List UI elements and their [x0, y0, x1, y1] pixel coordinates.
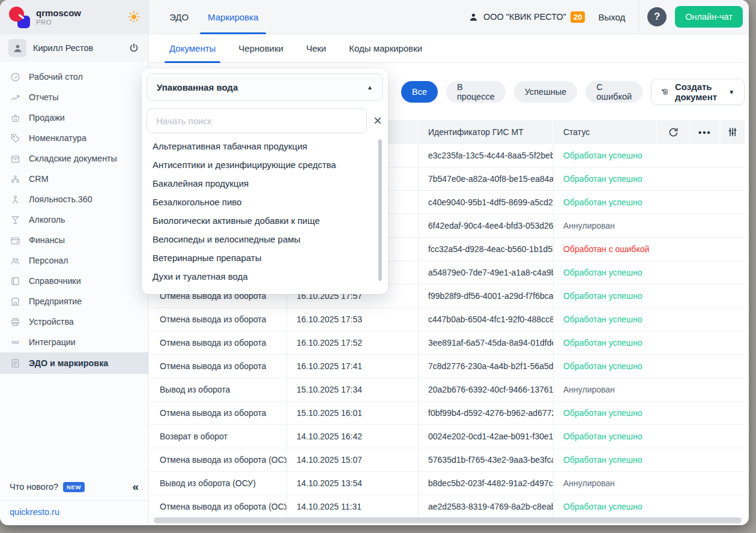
sidebar-item[interactable]: ЭДО и маркировка	[0, 352, 148, 374]
filter-pill[interactable]: С ошибкой	[585, 81, 643, 103]
filter-pill[interactable]: В процессе	[446, 81, 506, 103]
sub-tabs: Документы Черновики Чеки Коды маркировки	[149, 34, 749, 63]
table-row[interactable]: Отмена вывода из оборота 16.10.2025 17:4…	[150, 355, 745, 378]
top-tab[interactable]: Маркировка	[198, 0, 268, 34]
sidebar-item[interactable]: Рабочий стол	[0, 67, 148, 87]
sidebar-item-label: Отчеты	[29, 92, 58, 102]
cell-date: 14.10.2025 13:54	[287, 472, 419, 495]
sidebar: qrmoscow PRO Кирилл Рестов Рабочий стол	[0, 0, 149, 525]
cell-id: fcc32a54-d928-4eac-b560-1b1d5b0...	[419, 238, 554, 260]
user-avatar-icon	[8, 39, 26, 57]
help-icon[interactable]: ?	[647, 7, 667, 26]
cell-date: 16.10.2025 17:53	[287, 308, 419, 331]
table-row[interactable]: Вывод из оборота (ОСУ) 14.10.2025 13:54 …	[150, 472, 745, 495]
cell-date: 15.10.2025 17:34	[287, 378, 419, 401]
sidebar-item[interactable]: Справочники	[0, 271, 148, 291]
category-select[interactable]: Упакованная вода ▲	[147, 73, 383, 101]
search-input[interactable]	[147, 108, 367, 133]
online-chat-button[interactable]: Онлайн-чат	[675, 6, 743, 28]
category-option[interactable]: Ветеринарные препараты	[147, 248, 383, 267]
table-row[interactable]: Возврат в оборот 14.10.2025 16:42 0024e2…	[150, 425, 745, 448]
gauge-icon	[10, 71, 21, 83]
category-option[interactable]: Антисептики и дезинфицирующие средства	[147, 155, 383, 174]
category-option[interactable]: Альтернативная табачная продукция	[147, 137, 383, 155]
logout-link[interactable]: Выход	[598, 12, 625, 22]
sidebar-item[interactable]: Финансы	[0, 230, 148, 250]
chevron-down-icon: ▼	[728, 89, 734, 95]
filter-pill[interactable]: Все	[401, 81, 438, 103]
top-tabs: ЭДО Маркировка	[160, 0, 268, 34]
dropdown-scrollbar[interactable]	[378, 139, 382, 281]
cell-type: Отмена вывода из оборота (ОСУ)	[150, 448, 287, 471]
cell-status: Обработан успешно	[554, 167, 745, 190]
sidebar-item[interactable]: CRM	[0, 169, 148, 189]
status-pills: Все В процессе Успешные С ошибкой	[401, 81, 643, 103]
sidebar-item[interactable]: Номенклатура	[0, 128, 148, 148]
cell-status: Обработан успешно	[554, 285, 745, 307]
sub-tab[interactable]: Документы	[163, 34, 222, 63]
sidebar-header: qrmoscow PRO	[0, 0, 148, 34]
close-icon[interactable]: ×	[372, 113, 383, 128]
sidebar-item[interactable]: Устройства	[0, 312, 148, 332]
cell-id: 0024e202-0cd1-42ae-b091-f30e137...	[419, 425, 554, 448]
sidebar-item-label: Интеграции	[29, 337, 76, 347]
category-option[interactable]: Бакалейная продукция	[147, 174, 383, 193]
table-row[interactable]: Отмена вывода из оборота 16.10.2025 17:5…	[150, 331, 745, 355]
category-option[interactable]: Игры и игрушки для детей	[147, 286, 383, 289]
sidebar-item[interactable]: Алкоголь	[0, 209, 148, 230]
sub-tab[interactable]: Коды маркировки	[343, 34, 428, 63]
sub-tab[interactable]: Черновики	[232, 34, 289, 63]
table-row[interactable]: Вывод из оборота 15.10.2025 17:34 20a2b6…	[150, 378, 745, 402]
finance-icon	[10, 235, 21, 246]
new-badge: NEW	[63, 482, 85, 492]
category-option[interactable]: Велосипеды и велосипедные рамы	[147, 230, 383, 248]
basket-icon	[10, 112, 21, 124]
sidebar-item[interactable]: Интеграции	[0, 332, 148, 352]
sidebar-item[interactable]: Предприятие	[0, 291, 148, 312]
cell-status: Обработан успешно	[554, 331, 745, 354]
cell-type: Возврат в оборот	[150, 425, 287, 448]
sidebar-item[interactable]: Продажи	[0, 107, 148, 128]
horizontal-scrollbar[interactable]	[154, 517, 742, 523]
sidebar-item[interactable]: Персонал	[0, 250, 148, 271]
sidebar-item-label: Предприятие	[29, 297, 82, 306]
filter-pill[interactable]: Успешные	[514, 81, 578, 103]
sidebar-menu: Рабочий стол Отчеты Продажи Номенклатура	[0, 67, 148, 374]
category-option[interactable]: Биологически активные добавки к пище	[147, 211, 383, 230]
sidebar-item-label: Алкоголь	[29, 215, 65, 224]
store-icon	[10, 296, 21, 307]
whats-new-link[interactable]: Что нового?	[10, 482, 58, 492]
site-link[interactable]: quickresto.ru	[10, 507, 59, 517]
col-status[interactable]: Статус	[554, 120, 658, 144]
collapse-sidebar-icon[interactable]: «	[132, 480, 139, 493]
sidebar-item[interactable]: Лояльность.360	[0, 189, 148, 209]
category-option[interactable]: Безалкогольное пиво	[147, 193, 383, 211]
top-tab[interactable]: ЭДО	[160, 0, 198, 34]
column-settings-icon[interactable]	[721, 120, 745, 144]
cell-id: c447b0ab-6504-4fc1-92f0-488cc8c...	[419, 308, 554, 331]
cell-id: 7c8d2776-230a-4a4b-b2f1-56a5d89...	[419, 355, 554, 378]
logout-power-icon[interactable]	[128, 42, 140, 54]
cell-id: b8dec5b2-023f-4482-91a2-d497c63...	[419, 472, 554, 495]
sidebar-item[interactable]: Отчеты	[0, 87, 148, 107]
table-row[interactable]: Отмена вывода из оборота (ОСУ) 14.10.202…	[150, 448, 745, 472]
create-document-button[interactable]: Создать документ ▼	[651, 79, 745, 105]
cell-status: Аннулирован	[554, 214, 745, 237]
sidebar-user-row[interactable]: Кирилл Рестов	[0, 34, 148, 62]
col-id[interactable]: Идентификатор ГИС МТ	[419, 120, 554, 144]
table-row[interactable]: Отмена вывода из оборота 15.10.2025 16:0…	[150, 402, 745, 425]
sidebar-item[interactable]: Складские документы	[0, 148, 148, 169]
category-option[interactable]: Духи и туалетная вода	[147, 267, 383, 286]
org-selector[interactable]: ООО "КВИК РЕСТО" 20	[468, 11, 585, 23]
cell-status: Обработан успешно	[554, 144, 745, 167]
cell-date: 14.10.2025 15:07	[287, 448, 419, 471]
more-icon[interactable]: •••	[691, 120, 721, 144]
refresh-icon[interactable]	[658, 120, 691, 144]
table-row[interactable]: Отмена вывода из оборота 16.10.2025 17:5…	[150, 308, 745, 331]
sidebar-footer: Что нового? NEW « quickresto.ru	[0, 474, 148, 525]
sub-tab[interactable]: Чеки	[300, 34, 332, 63]
category-dropdown: Упакованная вода ▲ × Альтернативная таба…	[142, 68, 388, 294]
selected-category: Упакованная вода	[157, 82, 238, 92]
table-row[interactable]: Отмена вывода из оборота (ОСУ) 14.10.202…	[150, 495, 745, 519]
theme-sun-icon[interactable]	[127, 10, 141, 23]
